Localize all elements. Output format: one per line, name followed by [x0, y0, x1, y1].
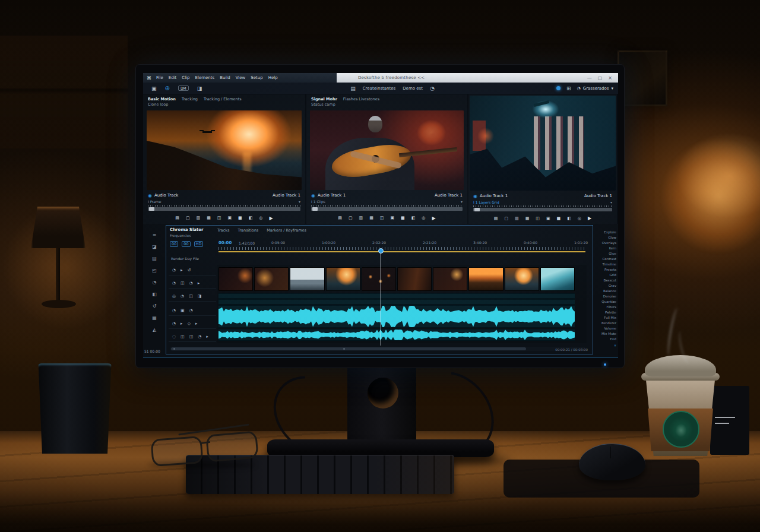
- sync-icon[interactable]: ◎: [259, 216, 262, 220]
- track-control-icon[interactable]: ◫: [180, 281, 185, 286]
- layer-item[interactable]: Volume: [604, 326, 616, 331]
- sync-icon[interactable]: ◔: [430, 86, 435, 91]
- track-control-icon[interactable]: ◫: [189, 294, 193, 299]
- audio-waveform-track[interactable]: [218, 329, 575, 341]
- mark-out-icon[interactable]: ▥: [515, 216, 519, 221]
- video-preview-guitarist[interactable]: [310, 110, 464, 190]
- audio-waveform-track[interactable]: [218, 305, 575, 328]
- panel-tab[interactable]: Basic Motion: [148, 97, 176, 102]
- overlay-icon[interactable]: ◧: [411, 216, 416, 220]
- menu-item-clip[interactable]: Clip: [182, 75, 189, 80]
- video-preview-coast-drone[interactable]: [147, 110, 302, 190]
- menu-item-elements[interactable]: Elements: [195, 75, 215, 80]
- clock-tool-icon[interactable]: ◔: [153, 280, 157, 285]
- track-control-icon[interactable]: ◔: [172, 281, 176, 286]
- scrubber-track[interactable]: [148, 207, 300, 211]
- clip-thumbnail-sunset-mountain[interactable]: [468, 267, 503, 291]
- layer-item[interactable]: Renderer: [601, 321, 616, 326]
- crop-tool-icon[interactable]: ◰: [152, 268, 157, 273]
- scrubber-handle[interactable]: [312, 207, 318, 211]
- track-control-icon[interactable]: ◔: [172, 308, 176, 313]
- split-icon[interactable]: ◫: [380, 216, 384, 220]
- loop-icon[interactable]: ▢: [186, 216, 190, 220]
- panel-tab[interactable]: Tracking: [182, 97, 198, 102]
- track-control-icon[interactable]: ◨: [198, 294, 202, 299]
- loop-icon[interactable]: ▢: [504, 216, 508, 221]
- demo-button[interactable]: Demo est: [403, 86, 423, 91]
- overlay-icon[interactable]: ◧: [249, 216, 253, 220]
- layout-grid-icon[interactable]: ⊞: [566, 86, 571, 91]
- timeline-scrollbar[interactable]: [170, 347, 585, 351]
- workspace-dropdown[interactable]: ◔ Grasserados ▾: [577, 86, 613, 91]
- grid-icon[interactable]: ▣: [390, 216, 394, 220]
- collapse-icon[interactable]: ▾: [299, 200, 300, 205]
- track-control-icon[interactable]: ◔: [189, 281, 193, 286]
- layer-item[interactable]: Balance: [603, 289, 616, 294]
- play-icon[interactable]: ▶: [588, 216, 591, 221]
- scrubber[interactable]: [311, 205, 463, 212]
- layer-item[interactable]: Quantize: [601, 299, 616, 305]
- mark-out-icon[interactable]: ▥: [197, 216, 201, 220]
- clip-thumbnail-warm-interior[interactable]: [397, 267, 432, 291]
- wedge-tool-icon[interactable]: ◭: [153, 327, 156, 332]
- split-icon[interactable]: ◫: [217, 216, 221, 220]
- track-control-icon[interactable]: ▸: [180, 321, 183, 326]
- create-button[interactable]: Createinstantes: [363, 86, 395, 91]
- menu-tool-icon[interactable]: ≡: [153, 232, 157, 238]
- track-control-icon[interactable]: ◎: [172, 294, 176, 299]
- layer-item[interactable]: Palette: [605, 310, 616, 315]
- menu-item-file[interactable]: File: [156, 75, 163, 80]
- scrubber-handle[interactable]: [474, 208, 480, 211]
- layer-item[interactable]: Kern: [609, 246, 616, 251]
- menu-item-edit[interactable]: Edit: [169, 75, 177, 80]
- stop-icon[interactable]: ■: [238, 216, 242, 220]
- track-control-icon[interactable]: ◇: [188, 321, 191, 326]
- panel-subtab[interactable]: Clone loop: [143, 102, 305, 110]
- play-icon[interactable]: ▶: [269, 216, 273, 221]
- track-control-icon[interactable]: ◔: [198, 334, 201, 339]
- collapse-icon[interactable]: ▾: [610, 200, 612, 205]
- layer-item[interactable]: Presets: [604, 267, 616, 273]
- track-control-icon[interactable]: ◫: [189, 334, 194, 339]
- clipboard-icon[interactable]: ▤: [350, 86, 356, 91]
- layer-item[interactable]: Mix Mute: [601, 331, 616, 337]
- layer-item[interactable]: Explore: [604, 230, 616, 235]
- layer-item[interactable]: Filters: [607, 305, 617, 310]
- play-icon[interactable]: ▶: [432, 216, 435, 221]
- clip-thumbnail-sunset-coast[interactable]: [326, 267, 360, 291]
- audio-waveform-track[interactable]: [218, 299, 575, 305]
- track-control-icon[interactable]: ▣: [180, 308, 185, 313]
- select-tool-icon[interactable]: ◪: [152, 244, 157, 249]
- layer-item[interactable]: Grid: [609, 273, 616, 278]
- grid-icon[interactable]: ▣: [227, 216, 232, 220]
- layer-item[interactable]: Glow: [608, 235, 616, 240]
- media-icon[interactable]: ◨: [197, 86, 202, 91]
- layer-item[interactable]: Contrast: [602, 256, 616, 262]
- layer-item[interactable]: Timeline: [603, 262, 616, 267]
- panel-tab[interactable]: Tracking / Elements: [204, 97, 242, 102]
- track-control-icon[interactable]: ↺: [188, 268, 191, 273]
- clip-thumbnail-city-bokeh[interactable]: [362, 267, 396, 291]
- layer-item[interactable]: Basscut: [603, 278, 616, 283]
- counter-badge[interactable]: 00: [182, 241, 190, 247]
- collapse-icon[interactable]: ▾: [461, 200, 463, 205]
- mark-in-icon[interactable]: ▤: [175, 216, 179, 220]
- maximize-button[interactable]: ▢: [598, 75, 603, 81]
- counter-badge[interactable]: 00: [170, 241, 178, 247]
- stop-icon[interactable]: ■: [401, 216, 405, 220]
- track-control-icon[interactable]: ◫: [180, 334, 185, 339]
- track-control-icon[interactable]: ◔: [189, 308, 193, 313]
- tracks-tool-icon[interactable]: ▤: [152, 256, 157, 261]
- clip-thumbnail-coast-drone[interactable]: [505, 267, 539, 291]
- layer-item[interactable]: Grav: [609, 283, 616, 289]
- timeline-tab[interactable]: Transitions: [238, 228, 258, 233]
- loop-icon[interactable]: ▢: [349, 216, 353, 220]
- sync-icon[interactable]: ◎: [578, 216, 581, 221]
- apple-menu-icon[interactable]: ⌘: [147, 75, 151, 81]
- minimize-button[interactable]: —: [587, 75, 592, 81]
- track-control-icon[interactable]: ◌: [172, 334, 176, 339]
- scrollbar-thumb[interactable]: [171, 347, 526, 350]
- mouse[interactable]: [579, 444, 645, 480]
- rows-icon[interactable]: ▦: [207, 216, 211, 220]
- video-preview-studio[interactable]: [470, 96, 616, 191]
